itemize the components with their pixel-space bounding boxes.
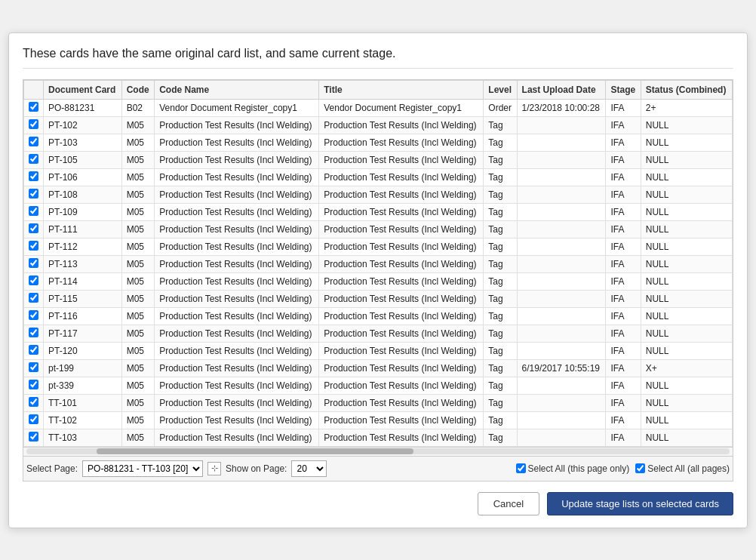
- cell-code: M05: [121, 238, 155, 255]
- row-checkbox-cell[interactable]: [24, 151, 44, 168]
- row-checkbox[interactable]: [29, 414, 38, 424]
- row-checkbox[interactable]: [29, 310, 38, 320]
- cell-stage: IFA: [606, 116, 641, 134]
- cell-status: NULL: [641, 116, 732, 134]
- cell-level: Tag: [484, 325, 517, 342]
- cell-level: Tag: [484, 272, 517, 290]
- select-all-pages-label[interactable]: Select All (all pages): [635, 463, 730, 474]
- cell-stage: IFA: [606, 203, 641, 220]
- cell-level: Tag: [484, 342, 517, 359]
- row-checkbox[interactable]: [29, 362, 38, 372]
- cell-upload-date: 6/19/2017 10:55:19: [517, 359, 606, 377]
- cell-upload-date: [517, 394, 606, 411]
- cell-status: NULL: [641, 220, 732, 238]
- cell-code-name: Production Test Results (Incl Welding): [155, 394, 319, 411]
- row-checkbox-cell[interactable]: [24, 203, 44, 220]
- col-header-upload-date: Last Upload Date: [517, 80, 606, 99]
- row-checkbox-cell[interactable]: [24, 411, 44, 429]
- page-select-dropdown[interactable]: PO-881231 - TT-103 [20]: [82, 460, 203, 477]
- row-checkbox[interactable]: [29, 137, 38, 146]
- row-checkbox-cell[interactable]: [24, 255, 44, 272]
- row-checkbox-cell[interactable]: [24, 359, 44, 377]
- cell-doc-card: PT-108: [44, 186, 122, 203]
- cell-doc-card: PT-115: [44, 290, 122, 307]
- cell-code: M05: [121, 325, 155, 342]
- cell-title: Production Test Results (Incl Welding): [319, 134, 484, 151]
- cell-status: NULL: [641, 151, 732, 168]
- row-checkbox-cell[interactable]: [24, 307, 44, 325]
- select-all-this-page-label[interactable]: Select All (this page only): [516, 463, 630, 474]
- row-checkbox-cell[interactable]: [24, 325, 44, 342]
- cell-stage: IFA: [606, 151, 641, 168]
- table-row: PT-102M05Production Test Results (Incl W…: [24, 116, 733, 134]
- show-count-select[interactable]: 10 20 50 100: [291, 460, 327, 477]
- row-checkbox-cell[interactable]: [24, 134, 44, 151]
- table-row: PT-108M05Production Test Results (Incl W…: [24, 186, 733, 203]
- row-checkbox-cell[interactable]: [24, 272, 44, 290]
- row-checkbox-cell[interactable]: [24, 342, 44, 359]
- row-checkbox[interactable]: [29, 206, 38, 216]
- row-checkbox[interactable]: [29, 171, 38, 181]
- cell-stage: IFA: [606, 168, 641, 186]
- cancel-button[interactable]: Cancel: [478, 492, 539, 515]
- cards-table: Document Card Code Code Name Title Level…: [23, 80, 733, 447]
- row-checkbox-cell[interactable]: [24, 238, 44, 255]
- cell-level: Tag: [484, 394, 517, 411]
- cell-status: NULL: [641, 342, 732, 359]
- cell-code-name: Production Test Results (Incl Welding): [155, 151, 319, 168]
- row-checkbox[interactable]: [29, 189, 38, 198]
- row-checkbox[interactable]: [29, 293, 38, 303]
- row-checkbox[interactable]: [29, 241, 38, 251]
- row-checkbox-cell[interactable]: [24, 116, 44, 134]
- table-row: pt-339M05Production Test Results (Incl W…: [24, 377, 733, 394]
- cell-stage: IFA: [606, 99, 641, 116]
- cell-level: Tag: [484, 359, 517, 377]
- row-checkbox-cell[interactable]: [24, 220, 44, 238]
- cell-stage: IFA: [606, 394, 641, 411]
- cell-level: Tag: [484, 255, 517, 272]
- row-checkbox[interactable]: [29, 432, 38, 442]
- row-checkbox[interactable]: [29, 119, 38, 129]
- row-checkbox-cell[interactable]: [24, 429, 44, 446]
- row-checkbox-cell[interactable]: [24, 168, 44, 186]
- row-checkbox[interactable]: [29, 258, 38, 268]
- cell-stage: IFA: [606, 272, 641, 290]
- cell-status: NULL: [641, 307, 732, 325]
- row-checkbox[interactable]: [29, 397, 38, 407]
- row-checkbox[interactable]: [29, 380, 38, 389]
- select-all-this-page-checkbox[interactable]: [516, 463, 526, 473]
- row-checkbox[interactable]: [29, 345, 38, 355]
- select-all-pages-checkbox[interactable]: [635, 463, 645, 473]
- cell-upload-date: [517, 238, 606, 255]
- row-checkbox-cell[interactable]: [24, 394, 44, 411]
- row-checkbox-cell[interactable]: [24, 290, 44, 307]
- cell-title: Production Test Results (Incl Welding): [319, 255, 484, 272]
- cell-code: M05: [121, 203, 155, 220]
- cell-title: Production Test Results (Incl Welding): [319, 290, 484, 307]
- row-checkbox-cell[interactable]: [24, 99, 44, 116]
- cell-level: Tag: [484, 411, 517, 429]
- cell-upload-date: [517, 186, 606, 203]
- cell-code-name: Production Test Results (Incl Welding): [155, 272, 319, 290]
- horizontal-scrollbar[interactable]: [23, 447, 733, 456]
- row-checkbox-cell[interactable]: [24, 377, 44, 394]
- row-checkbox-cell[interactable]: [24, 186, 44, 203]
- cell-status: NULL: [641, 290, 732, 307]
- row-checkbox[interactable]: [29, 328, 38, 337]
- cell-doc-card: TT-103: [44, 429, 122, 446]
- cell-title: Production Test Results (Incl Welding): [319, 151, 484, 168]
- cell-code-name: Production Test Results (Incl Welding): [155, 290, 319, 307]
- row-checkbox[interactable]: [29, 275, 38, 285]
- cell-code-name: Production Test Results (Incl Welding): [155, 377, 319, 394]
- row-checkbox[interactable]: [29, 154, 38, 164]
- cell-doc-card: PT-106: [44, 168, 122, 186]
- row-checkbox[interactable]: [29, 102, 38, 112]
- row-checkbox[interactable]: [29, 223, 38, 233]
- update-button[interactable]: Update stage lists on selected cards: [547, 492, 733, 515]
- table-header-row: Document Card Code Code Name Title Level…: [24, 80, 733, 99]
- col-header-code-name: Code Name: [155, 80, 319, 99]
- move-icon[interactable]: ⊹: [207, 462, 221, 475]
- cell-stage: IFA: [606, 307, 641, 325]
- table-row: TT-102M05Production Test Results (Incl W…: [24, 411, 733, 429]
- pagination-bar: Select Page: PO-881231 - TT-103 [20] ⊹ S…: [23, 457, 733, 482]
